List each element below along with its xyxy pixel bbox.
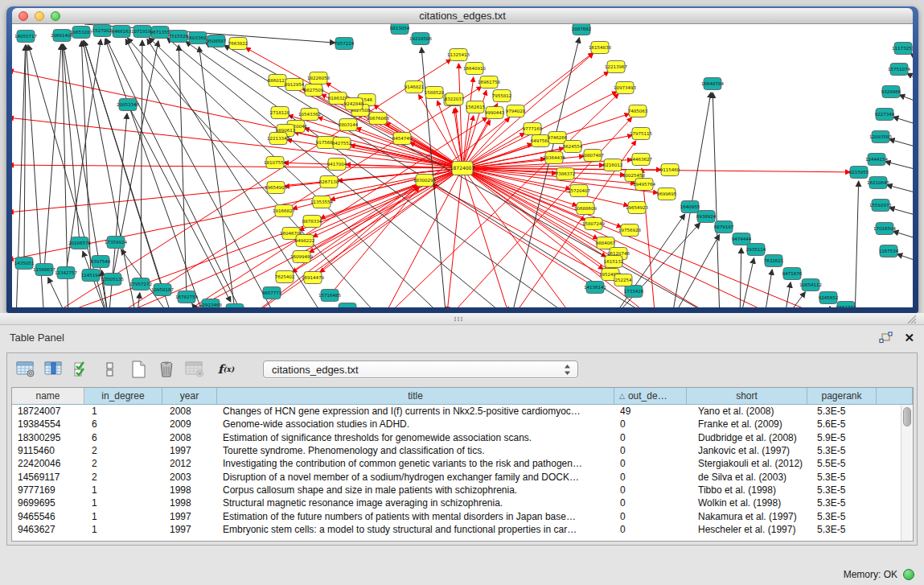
graph-node[interactable]: 18107554 [264,157,286,169]
close-window-button[interactable] [18,11,28,21]
table-row[interactable]: 1938455462009Genome-wide association stu… [12,418,913,431]
graph-node[interactable]: 10958167 [151,284,174,296]
graph-node[interactable]: 1145194 [81,270,101,282]
graph-node[interactable]: 9699695 [657,188,677,200]
close-panel-icon[interactable]: ✕ [904,332,914,344]
graph-node[interactable]: 17957272 [129,278,152,290]
graph-node[interactable]: 2803144 [339,119,359,131]
graph-node[interactable]: 10654112 [799,279,822,291]
show-column-icon[interactable] [43,360,64,379]
graph-node[interactable]: 16914479 [302,272,324,284]
table-row[interactable]: 946362711997Embryonic stem cells: a mode… [12,523,913,536]
graph-node[interactable]: 9242848 [344,98,364,110]
graph-node[interactable]: 9146821 [405,81,425,93]
graph-node[interactable]: 2718120 [270,107,290,119]
graph-node[interactable]: 19654923 [626,202,648,214]
graph-node[interactable]: 20537543 [336,303,359,308]
graph-node[interactable]: 20364436 [543,152,565,164]
graph-node[interactable]: 10653287 [70,27,92,39]
graph-node[interactable]: 9671355 [150,27,170,39]
graph-node[interactable]: 15751074 [888,64,910,76]
graph-node[interactable]: 12213967 [605,61,627,73]
delete-table-icon[interactable] [184,360,205,379]
graph-node[interactable]: 10688609 [574,203,597,215]
graph-node[interactable]: 1167534 [879,245,899,257]
graph-node[interactable]: 18226058 [307,72,330,84]
column-header-pagerank[interactable]: pagerank [807,388,877,404]
graph-node[interactable]: 1435051 [14,257,35,270]
graph-node[interactable]: 12213343 [267,133,290,145]
graph-node[interactable]: 19166827 [273,205,295,217]
graph-node[interactable]: 14055717 [14,31,37,43]
graph-node[interactable]: 1527002 [92,25,113,37]
graph-node[interactable]: 8322037 [445,93,465,105]
graph-node[interactable]: 18300295 [413,175,436,187]
graph-node[interactable]: 2087682 [572,24,592,35]
table-row[interactable]: 1456911722003Disruption of a novel membe… [12,470,913,483]
graph-node[interactable]: 9498222 [295,235,315,247]
graph-node[interactable]: 20676068 [367,113,389,125]
graph-node[interactable]: 10807487 [581,150,604,162]
graph-node[interactable]: 6879197 [714,221,734,233]
network-window-titlebar[interactable]: citations_edges.txt [12,8,913,24]
graph-node[interactable]: 8454749 [392,133,413,145]
graph-node[interactable]: 252254 [614,274,632,286]
graph-node[interactable]: 7663822 [228,38,248,50]
graph-node[interactable]: 16154838 [589,42,611,54]
graph-node[interactable]: 11353554 [310,196,333,208]
zoom-window-button[interactable] [51,11,60,21]
network-window[interactable]: citations_edges.txt 18724007 18300295 14… [6,6,918,313]
graph-node[interactable]: 20053346 [117,99,139,111]
graph-node[interactable]: 3624554 [563,141,583,153]
graph-node[interactable]: 9794028 [506,105,526,117]
column-header-name[interactable]: name [12,388,84,404]
graph-node[interactable]: 7515526 [169,31,189,43]
graph-node[interactable]: 8215955 [849,167,869,179]
graph-node[interactable]: 12342757 [55,267,77,279]
graph-node[interactable]: 6466163 [112,26,132,38]
graph-node[interactable]: 8471676 [782,268,803,280]
row-boxes-icon[interactable] [100,360,121,379]
function-builder-icon[interactable]: f(x) [216,360,236,379]
graph-node[interactable]: 8938924 [696,211,717,223]
graph-node[interactable]: 12093583 [869,131,892,143]
graph-node[interactable]: 8990163 [225,304,245,308]
graph-node[interactable]: 16782759 [175,291,198,303]
graph-node[interactable]: 19654903 [265,182,287,194]
graph-node[interactable]: 9857771 [262,287,282,299]
graph-node[interactable]: 20206576 [68,237,91,249]
graph-node[interactable]: 1733426 [624,286,644,298]
graph-node[interactable]: 19218586 [409,33,432,45]
graph-node[interactable]: 12444154 [865,154,888,166]
graph-node[interactable]: 7632621 [764,255,784,267]
column-header-short[interactable]: short [687,388,807,404]
graph-node[interactable]: 1640955 [680,201,700,213]
graph-node[interactable]: 16210645 [867,177,889,189]
graph-node[interactable]: 16648784 [701,78,724,90]
table-row[interactable]: 2242004622012Investigating the contribut… [12,457,913,470]
graph-node[interactable]: 8427552 [332,138,352,150]
memory-status-indicator[interactable] [903,569,914,580]
graph-node[interactable]: 9227349 [875,109,895,121]
graph-node[interactable]: 8878334 [302,216,322,228]
graph-node[interactable]: 12923468 [199,299,222,308]
table-scrollbar[interactable] [901,405,913,541]
table-settings-icon[interactable] [15,360,36,379]
column-header-indegree[interactable]: in_degree [84,388,162,404]
column-header-title[interactable]: title [217,388,614,404]
table-row[interactable]: 911546021997Tourette syndrome. Phenomeno… [12,444,913,457]
divider-grip-icon[interactable] [453,316,464,322]
graph-node[interactable]: 11173251 [892,43,913,55]
graph-node[interactable]: 15592971 [869,200,892,212]
table-row[interactable]: 969969511998Structural magnetic resonanc… [12,496,913,509]
resize-grip-icon[interactable] [906,315,916,323]
graph-node[interactable]: 7386372 [556,168,576,180]
graph-node[interactable]: 19756928 [618,225,641,237]
graph-node[interactable]: 7955812 [492,90,512,102]
graph-node[interactable]: 11325413 [447,49,470,61]
graph-node[interactable]: 17359924 [105,237,127,249]
graph-node[interactable]: 15716485 [318,290,341,302]
select-checks-icon[interactable] [72,360,92,379]
graph-node[interactable]: 7857224 [335,38,355,50]
graph-node[interactable]: 15720407 [568,185,590,197]
